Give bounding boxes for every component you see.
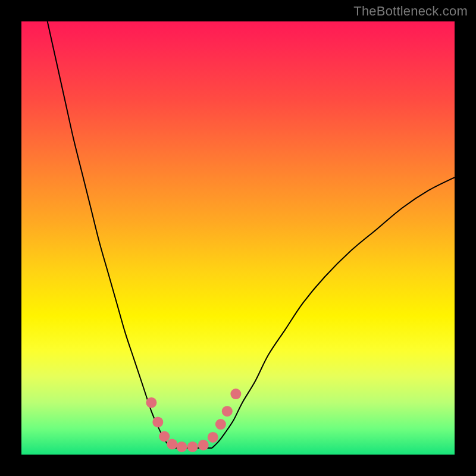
- data-dot: [198, 440, 209, 450]
- chart-overlay-svg: [21, 21, 455, 455]
- curve-right-arm: [212, 177, 455, 448]
- curve-left-arm: [48, 21, 171, 448]
- data-dot: [167, 439, 177, 450]
- data-dot: [222, 406, 233, 416]
- data-dot: [146, 397, 156, 408]
- data-dot: [176, 441, 187, 452]
- watermark-text: TheBottleneck.com: [353, 4, 468, 19]
- data-dot: [230, 389, 241, 399]
- data-dot: [187, 441, 198, 452]
- data-dot: [159, 431, 170, 441]
- dot-group: [146, 389, 241, 452]
- data-dot: [215, 419, 226, 430]
- chart-outer-frame: TheBottleneck.com: [0, 0, 476, 476]
- data-dot: [208, 432, 218, 443]
- data-dot: [152, 416, 163, 427]
